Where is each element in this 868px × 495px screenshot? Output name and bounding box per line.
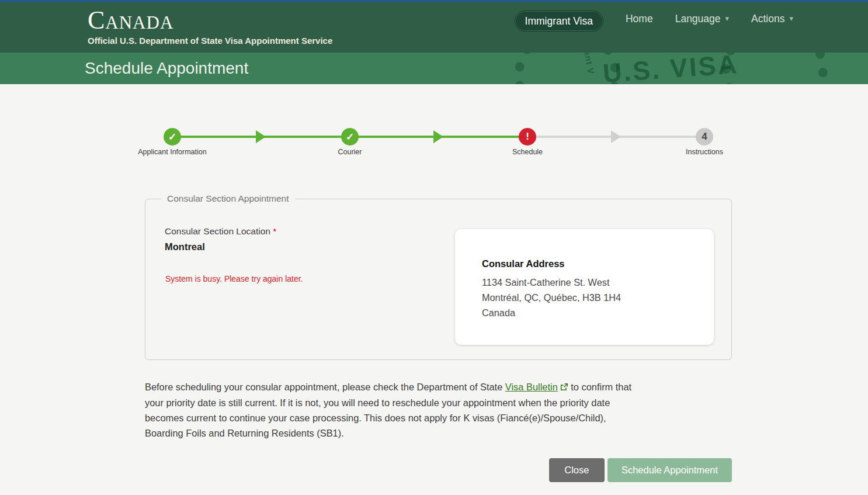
logo-tagline: Official U.S. Department of State Visa A… bbox=[88, 36, 332, 46]
arrow-right-icon bbox=[256, 130, 266, 143]
nav-item-home[interactable]: Home bbox=[626, 11, 653, 27]
page-banner: ant V U.S. VISA Schedule Appointment bbox=[0, 53, 868, 84]
step-label-courier: Courier bbox=[280, 148, 420, 156]
chevron-down-icon: ▾ bbox=[789, 11, 793, 27]
external-link-icon bbox=[560, 380, 568, 395]
step-applicant-information-check-icon[interactable]: ✓ bbox=[164, 128, 181, 146]
check-icon: ✓ bbox=[346, 131, 354, 143]
fieldset-legend: Consular Section Appointment bbox=[161, 193, 295, 204]
nav-item-immigrant-visa[interactable]: Immigrant Visa bbox=[515, 11, 603, 32]
nav-item-language[interactable]: Language ▾ bbox=[675, 11, 729, 27]
page: Canada Official U.S. Department of State… bbox=[0, 0, 868, 495]
schedule-appointment-button[interactable]: Schedule Appointment bbox=[607, 458, 732, 482]
step-instructions-number[interactable]: 4 bbox=[696, 128, 713, 146]
system-busy-error-message: System is busy. Please try again later. bbox=[165, 274, 303, 283]
consular-address-card: Consular Address 1134 Saint-Catherine St… bbox=[455, 229, 714, 345]
visa-bulletin-notice: Before scheduling your consular appointm… bbox=[145, 379, 633, 441]
arrow-right-icon bbox=[433, 130, 443, 143]
step-number: 4 bbox=[702, 131, 707, 143]
step-label-schedule: Schedule bbox=[457, 148, 598, 156]
chevron-down-icon: ▾ bbox=[725, 11, 730, 27]
consular-section-location-label: Consular Section Location * bbox=[165, 226, 276, 237]
address-line: 1134 Saint-Catherine St. West bbox=[482, 275, 702, 290]
consular-section-location-value: Montreal bbox=[165, 241, 205, 252]
link-text: Visa Bulletin bbox=[505, 382, 558, 392]
step-label-instructions: Instructions bbox=[634, 148, 775, 156]
notice-text-before: Before scheduling your consular appointm… bbox=[145, 382, 505, 392]
label-text: Consular Section Location bbox=[165, 226, 270, 236]
step-courier-check-icon[interactable]: ✓ bbox=[341, 128, 359, 146]
check-icon: ✓ bbox=[168, 131, 176, 143]
consular-section-appointment-fieldset: Consular Section Appointment Consular Se… bbox=[145, 193, 732, 360]
nav-item-label: Actions bbox=[751, 11, 784, 27]
page-title: Schedule Appointment bbox=[85, 53, 248, 84]
exclamation-icon: ! bbox=[526, 131, 529, 143]
step-schedule-error-icon[interactable]: ! bbox=[519, 128, 536, 146]
address-line: Canada bbox=[482, 305, 702, 320]
main-nav: Immigrant Visa Home Language ▾ Actions ▾ bbox=[515, 2, 793, 61]
consular-address-title: Consular Address bbox=[482, 258, 702, 269]
nav-item-label: Home bbox=[626, 11, 653, 27]
nav-item-actions[interactable]: Actions ▾ bbox=[751, 11, 793, 27]
nav-item-label: Immigrant Visa bbox=[525, 13, 593, 29]
action-button-row: Close Schedule Appointment bbox=[145, 458, 732, 482]
close-button[interactable]: Close bbox=[549, 458, 605, 482]
header-logo[interactable]: Canada Official U.S. Department of State… bbox=[88, 7, 332, 46]
arrow-right-icon bbox=[611, 130, 621, 143]
required-asterisk: * bbox=[273, 226, 276, 236]
logo-country-name: Canada bbox=[88, 7, 332, 34]
nav-item-label: Language bbox=[675, 11, 721, 27]
us-visa-watermark: U.S. VISA bbox=[602, 53, 739, 84]
visa-bulletin-link[interactable]: Visa Bulletin bbox=[505, 382, 558, 392]
address-line: Montréal, QC, Québec, H3B 1H4 bbox=[482, 290, 702, 305]
site-header: Canada Official U.S. Department of State… bbox=[0, 2, 868, 53]
step-label-applicant-information: Applicant Information bbox=[102, 148, 242, 156]
